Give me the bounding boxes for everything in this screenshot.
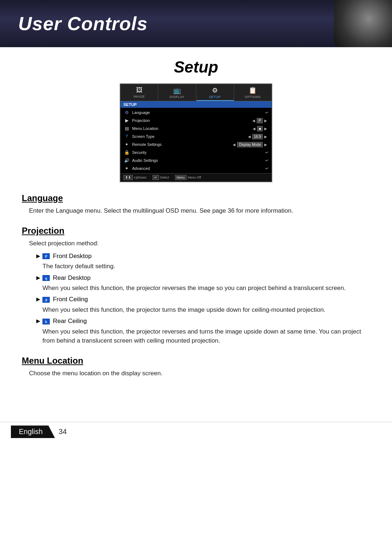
security-enter: ↵ — [265, 150, 269, 155]
projection-left-arrow: ◀ — [252, 119, 255, 123]
menu-location-value: ■ — [257, 126, 263, 131]
osd-row-menu-location[interactable]: ▤ Menu Location ◀ ■ ▶ — [121, 124, 271, 132]
projection-body: Select projection method: ▶ P Front Desk… — [29, 239, 370, 345]
screen-type-right-arrow: ▶ — [264, 135, 267, 139]
updown-label: UpDown — [134, 176, 147, 179]
audio-settings-label: Audio Settings — [132, 158, 265, 163]
osd-row-advanced[interactable]: ✦ Advanced ↵ — [121, 164, 271, 172]
setup-tab-label: SETUP — [209, 95, 221, 99]
setup-tab-icon: ⚙ — [212, 86, 218, 94]
menu-location-left-arrow: ◀ — [253, 127, 256, 131]
osd-row-security[interactable]: 🔒 Security ↵ — [121, 148, 271, 156]
projection-icon: ▶ — [123, 118, 130, 123]
projection-intro: Select projection method: — [29, 239, 370, 248]
bullet-front-desktop: ▶ P Front Desktop The factory default se… — [36, 252, 370, 271]
options-tab-label: OPTIONS — [245, 95, 261, 99]
bullet-content-3: d Front Ceiling When you select this fun… — [42, 295, 370, 314]
osd-footer: ⬆⬇ UpDown ↵ Select Menu Menu Off — [121, 173, 271, 181]
menuoff-label: Menu Off — [188, 176, 201, 179]
screen-type-left-arrow: ◀ — [248, 135, 251, 139]
bullet-arrow-4: ▶ — [36, 317, 40, 325]
proj-icon-b: b — [42, 319, 50, 324]
proj-icon-q: q — [42, 275, 50, 281]
section-language: Language Enter the Language menu. Select… — [22, 193, 370, 216]
osd-tab-display[interactable]: 📺 DISPLAY — [158, 84, 196, 101]
osd-tab-setup[interactable]: ⚙ SETUP — [196, 84, 234, 101]
rear-desktop-desc: When you select this function, the proje… — [42, 283, 370, 293]
remote-settings-icon: ✦ — [123, 142, 130, 147]
osd-row-audio-settings[interactable]: 🔊 Audio Settings ↵ — [121, 156, 271, 164]
menu-location-body: Choose the menu location on the display … — [29, 369, 370, 378]
language-text: English — [19, 428, 43, 436]
select-label: Select — [160, 176, 169, 179]
menuoff-key: Menu — [175, 175, 187, 180]
proj-icon-d: d — [42, 297, 50, 303]
osd-menu-box: 🖼 IMAGE 📺 DISPLAY ⚙ SETUP 📋 OPTIONS SETU… — [120, 83, 272, 182]
bullet-rear-desktop: ▶ q Rear Desktop When you select this fu… — [36, 273, 370, 293]
security-label: Security — [132, 150, 265, 155]
setup-heading: Setup — [22, 58, 370, 76]
osd-row-screen-type[interactable]: ? Screen Type ◀ 16:9 ▶ — [121, 132, 271, 140]
menu-location-right-arrow: ▶ — [264, 127, 267, 131]
menu-location-label: Menu Location — [132, 126, 251, 131]
rear-desktop-title: q Rear Desktop — [42, 274, 91, 281]
osd-footer-select: ↵ Select — [152, 175, 169, 180]
front-ceiling-desc: When you select this function, the proje… — [42, 305, 370, 315]
bullet-content-2: q Rear Desktop When you select this func… — [42, 273, 370, 293]
language-body: Enter the Language menu. Select the mult… — [29, 206, 370, 216]
image-tab-icon: 🖼 — [136, 86, 143, 94]
bullet-front-ceiling: ▶ d Front Ceiling When you select this f… — [36, 295, 370, 314]
remote-settings-label: Remote Settings — [132, 142, 231, 147]
osd-menu: ⚙ Language ↵ ▶ Projection ◀ P ▶ ▤ Menu L… — [121, 108, 271, 173]
advanced-enter: ↵ — [265, 166, 269, 171]
advanced-label: Advanced — [132, 166, 265, 171]
bullet-rear-ceiling: ▶ b Rear Ceiling When you select this fu… — [36, 316, 370, 345]
options-tab-icon: 📋 — [249, 86, 257, 94]
select-key: ↵ — [152, 175, 159, 180]
osd-row-remote-settings[interactable]: ✦ Remote Settings ◀ Display Mode ▶ — [121, 140, 271, 148]
rear-ceiling-desc: When you select this function, the proje… — [42, 327, 370, 346]
menu-location-icon: ▤ — [123, 126, 130, 131]
footer-language: English — [11, 425, 55, 438]
security-icon: 🔒 — [123, 150, 130, 155]
projection-bullet-list: ▶ P Front Desktop The factory default se… — [36, 252, 370, 346]
header-bar: User Controls — [0, 0, 392, 47]
osd-section-header: SETUP — [121, 101, 271, 108]
bullet-content-1: P Front Desktop The factory default sett… — [42, 252, 370, 271]
remote-settings-right-arrow: ▶ — [264, 143, 267, 147]
front-desktop-title: P Front Desktop — [42, 253, 92, 259]
osd-tab-options[interactable]: 📋 OPTIONS — [234, 84, 271, 101]
image-tab-label: IMAGE — [134, 95, 145, 98]
audio-settings-enter: ↵ — [265, 158, 269, 163]
osd-tab-image[interactable]: 🖼 IMAGE — [121, 84, 158, 101]
osd-footer-updown: ⬆⬇ UpDown — [123, 175, 147, 180]
front-desktop-desc: The factory default setting. — [42, 262, 370, 271]
bullet-arrow-3: ▶ — [36, 295, 40, 303]
footer-page-number: 34 — [59, 428, 67, 436]
main-content: Setup 🖼 IMAGE 📺 DISPLAY ⚙ SETUP 📋 OPTION… — [0, 47, 392, 400]
section-menu-location: Menu Location Choose the menu location o… — [22, 356, 370, 378]
language-heading: Language — [22, 193, 370, 203]
menu-location-heading: Menu Location — [22, 356, 370, 366]
page-title: User Controls — [18, 13, 148, 34]
projection-value: P — [257, 118, 263, 123]
projection-label: Projection — [132, 118, 251, 123]
rear-ceiling-title: b Rear Ceiling — [42, 318, 87, 324]
screen-type-value: 16:9 — [252, 134, 263, 139]
osd-row-projection[interactable]: ▶ Projection ◀ P ▶ — [121, 116, 271, 124]
remote-settings-value: Display Mode — [237, 142, 263, 147]
remote-settings-arrow: ◀ — [233, 143, 236, 147]
proj-icon-P: P — [42, 253, 50, 259]
language-label: Language — [132, 110, 265, 115]
updown-key: ⬆⬇ — [123, 175, 133, 180]
audio-settings-icon: 🔊 — [123, 158, 130, 163]
osd-row-language[interactable]: ⚙ Language ↵ — [121, 109, 271, 116]
language-enter: ↵ — [265, 110, 269, 115]
section-projection: Projection Select projection method: ▶ P… — [22, 226, 370, 345]
language-icon: ⚙ — [123, 110, 130, 115]
footer-bar: English 34 — [0, 422, 392, 442]
projection-right-arrow: ▶ — [264, 119, 267, 123]
bullet-content-4: b Rear Ceiling When you select this func… — [42, 316, 370, 345]
osd-tabs: 🖼 IMAGE 📺 DISPLAY ⚙ SETUP 📋 OPTIONS — [121, 84, 271, 101]
bullet-arrow-1: ▶ — [36, 252, 40, 260]
